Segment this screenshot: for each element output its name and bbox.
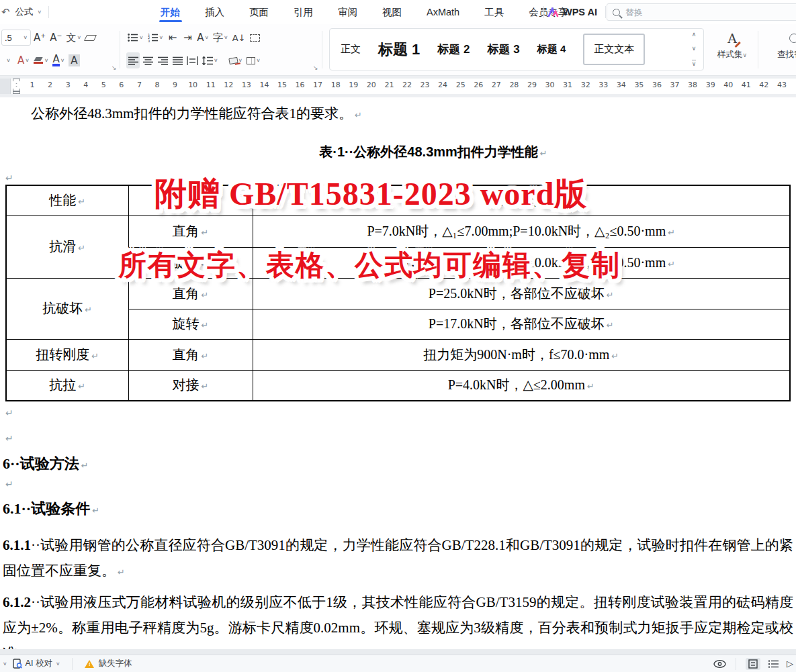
highlighter-icon: [34, 57, 44, 64]
ruler-number: 7: [132, 81, 146, 89]
scroll-down-icon[interactable]: ∨: [692, 46, 697, 52]
pilcrow-mark: ↵: [607, 320, 614, 330]
pilcrow-mark: ↵: [611, 351, 619, 361]
gallery-expand-icon[interactable]: ∨: [692, 60, 697, 67]
chevron-down-icon: ∨: [214, 58, 218, 63]
increase-indent-button[interactable]: ⇥: [181, 30, 194, 46]
text-direction-button[interactable]: A∨: [195, 30, 210, 46]
table-caption-text: 表·1··公称外径48.3mm扣件力学性能: [319, 144, 538, 159]
ruler-corner: [0, 79, 11, 94]
divider: [48, 6, 49, 18]
numbered-list-button[interactable]: 123 ∨: [146, 30, 165, 46]
char-shading-glyph: A: [69, 54, 79, 66]
outline-view-icon[interactable]: [768, 660, 779, 668]
font-combo-collapsed[interactable]: ∨: [1, 52, 15, 68]
paragraph-dialog-launcher[interactable]: ↘: [313, 64, 318, 71]
tab-page[interactable]: 页面: [248, 1, 270, 23]
align-left-icon: [128, 56, 138, 65]
status-chevron-icon[interactable]: ∨: [3, 661, 7, 667]
heading-6-1[interactable]: 6.1··试验条件↵: [3, 499, 99, 519]
tab-wps-ai[interactable]: WPS AI: [547, 0, 597, 24]
tab-home[interactable]: 开始: [159, 1, 181, 23]
paragraph-6-1-1[interactable]: 6.1.1··试验用钢管的公称直径应符合GB/T3091的规定，力学性能应符合G…: [3, 532, 793, 585]
chevron-down-icon: ∨: [77, 35, 81, 40]
search-input[interactable]: [624, 7, 758, 18]
tab-review[interactable]: 审阅: [337, 1, 359, 23]
style-gallery-scroll[interactable]: ∧ ∨ ∨: [689, 32, 699, 67]
horizontal-scrollbar[interactable]: [0, 649, 796, 655]
style-set-icon: A: [727, 31, 737, 46]
char-convert-button[interactable]: 字∨: [212, 30, 230, 46]
ruler-number: 22: [400, 81, 414, 89]
find-replace-button[interactable]: 查找替换: [767, 30, 796, 60]
text-frame-button[interactable]: [248, 30, 261, 46]
style-set-button[interactable]: A 样式集∨: [712, 30, 752, 60]
numbered-list-icon: 123: [148, 33, 159, 42]
style-bodytext-selected[interactable]: 正文文本: [583, 34, 645, 65]
tab-insert[interactable]: 插入: [204, 1, 226, 23]
ruler-number: 12: [222, 81, 235, 89]
ruler-number: 39: [704, 81, 717, 89]
pilcrow-mark: ↵: [607, 290, 614, 300]
borders-button[interactable]: ∨: [245, 52, 262, 68]
sort-button[interactable]: A↓: [231, 30, 247, 46]
align-left-button[interactable]: [126, 52, 140, 68]
tab-axmath[interactable]: AxMath: [425, 2, 461, 22]
missing-font-label: 缺失字体: [98, 658, 132, 669]
paragraph-6-1-2[interactable]: 6.1.2··试验用液压式万能材料试验机的级别应不低于1级，其技术性能应符合GB…: [3, 589, 793, 649]
pinyin-guide-button[interactable]: 文∨: [64, 30, 83, 46]
document-page[interactable]: 公称外径48.3mm扣件的力学性能应符合表1的要求。↵ 表·1··公称外径48.…: [0, 97, 796, 649]
ruler-number: 8: [150, 81, 164, 89]
clear-format-button[interactable]: [84, 30, 97, 46]
chevron-down-icon: ∨: [139, 35, 144, 40]
justify-button[interactable]: [171, 52, 184, 68]
pilcrow-mark: ↵: [118, 567, 125, 577]
align-center-button[interactable]: [141, 52, 154, 68]
search-box[interactable]: [607, 3, 796, 21]
bullet-list-button[interactable]: ∨: [126, 30, 145, 46]
tab-view[interactable]: 视图: [381, 1, 403, 23]
missing-font-button[interactable]: 缺失字体: [85, 658, 132, 669]
shading-button[interactable]: ∨: [228, 52, 245, 68]
line-spacing-button[interactable]: ∨: [201, 52, 220, 68]
play-view-icon[interactable]: ▷: [787, 659, 793, 669]
pinyin-glyph: 文: [66, 32, 76, 44]
font-size-combo[interactable]: .5 ∨: [1, 30, 31, 46]
char-shading-button[interactable]: A: [67, 52, 81, 68]
eye-protect-icon[interactable]: [713, 660, 726, 668]
shrink-font-button[interactable]: A⁻: [48, 30, 63, 46]
font-color-button[interactable]: A∨: [16, 52, 31, 68]
style-normal[interactable]: 正文: [341, 43, 361, 56]
decrease-indent-button[interactable]: ⇤: [166, 30, 179, 46]
quick-command-formula[interactable]: 公式 ∨: [15, 6, 42, 18]
tab-reference[interactable]: 引用: [292, 1, 314, 23]
style-heading4[interactable]: 标题 4: [537, 43, 566, 56]
style-heading1[interactable]: 标题 1: [378, 40, 420, 60]
tab-tools[interactable]: 工具: [483, 1, 505, 23]
scroll-up-icon[interactable]: ∧: [692, 32, 697, 38]
table-caption[interactable]: 表·1··公称外径48.3mm扣件力学性能↵: [0, 143, 796, 161]
ruler[interactable]: 1234567891011121314151617181920212223242…: [0, 76, 796, 97]
mechanical-properties-table[interactable]: 性能↵ 接头形式↵ 性能要求↵ 抗滑↵ 直角↵ P=7.0kN时，△₁≤7.00…: [5, 185, 791, 401]
first-line-indent-marker[interactable]: [13, 79, 20, 84]
grow-font-button[interactable]: A⁺: [32, 30, 47, 46]
page-view-button[interactable]: [746, 658, 760, 670]
text-color-underline-button[interactable]: A∨: [51, 52, 66, 68]
table-cell: 直角↵: [128, 339, 253, 370]
style-heading2[interactable]: 标题 2: [437, 42, 470, 57]
paragraph-intro[interactable]: 公称外径48.3mm扣件的力学性能应符合表1的要求。↵: [3, 104, 527, 123]
left-indent-marker[interactable]: [13, 91, 20, 94]
style-heading3[interactable]: 标题 3: [488, 42, 520, 57]
menu-bar: ↶ 公式 ∨ 开始 插入 页面 引用 审阅 视图 AxMath 工具 会员专享 …: [0, 0, 796, 24]
pilcrow-mark: ↵: [202, 320, 209, 330]
undo-icon[interactable]: ↶: [1, 6, 10, 18]
align-right-button[interactable]: [156, 52, 169, 68]
highlighter-button[interactable]: ∨: [32, 52, 50, 68]
hanging-indent-marker[interactable]: [13, 86, 20, 91]
ai-proofread-button[interactable]: AI 校对 ∨: [13, 658, 60, 669]
distribute-button[interactable]: [185, 52, 200, 68]
font-dialog-launcher[interactable]: ↘: [112, 64, 117, 71]
wps-ai-icon: [547, 7, 559, 17]
heading-6[interactable]: 6··试验方法↵: [3, 454, 89, 474]
ruler-number: 19: [347, 81, 360, 89]
